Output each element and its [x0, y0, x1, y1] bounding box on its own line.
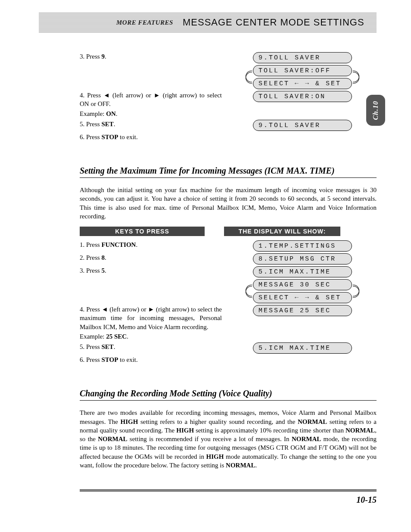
footer-rule — [80, 489, 377, 492]
step-text: 6. Press STOP to exit. — [80, 133, 228, 141]
lcd-display: TOLL SAVER:OFF — [253, 65, 352, 76]
lcd-display: MESSAGE 30 SEC — [253, 279, 352, 290]
toll-saver-steps: 3. Press 9. 9.TOLL SAVER TOLL SAVER:OFF … — [80, 52, 377, 141]
lcd-display: MESSAGE 25 SEC — [253, 305, 352, 316]
lcd-display: 1.TEMP.SETTINGS — [253, 240, 352, 252]
header-title: MESSAGE CENTER MODE SETTINGS — [183, 16, 364, 29]
step-row: 5. Press SET. 5.ICM MAX.TIME — [80, 342, 377, 354]
step-row: 3. Press 9. 9.TOLL SAVER TOLL SAVER:OFF … — [80, 52, 377, 89]
col-header-display: THE DISPLAY WILL SHOW: — [224, 227, 340, 236]
step-row: 4. Press ◄ (left arrow) or ► (right arro… — [80, 91, 377, 118]
lcd-display: SELECT ← → & SET — [253, 78, 352, 89]
section-heading-icm: Setting the Maximum Time for Incoming Me… — [80, 165, 377, 178]
icm-steps: 1. Press FUNCTION. 1.TEMP.SETTINGS 2. Pr… — [80, 240, 377, 364]
step-row: 3. Press 5. 5.ICM MAX.TIME MESSAGE 30 SE… — [80, 266, 377, 303]
lcd-display: 5.ICM MAX.TIME — [253, 266, 352, 277]
step-row: 1. Press FUNCTION. 1.TEMP.SETTINGS — [80, 240, 377, 252]
lcd-display: 8.SETUP MSG CTR — [253, 253, 352, 264]
step-text: 5. Press SET. — [80, 120, 228, 128]
lcd-display: SELECT ← → & SET — [253, 292, 352, 303]
lcd-display: 5.ICM MAX.TIME — [253, 342, 352, 354]
step-row: 4. Press ◄ (left arrow) or ► (right arro… — [80, 305, 377, 341]
col-header-keys: KEYS TO PRESS — [80, 227, 205, 236]
page-header: MORE FEATURES MESSAGE CENTER MODE SETTIN… — [39, 12, 377, 33]
column-headers: KEYS TO PRESS THE DISPLAY WILL SHOW: — [80, 227, 377, 236]
section-heading-voice: Changing the Recording Mode Setting (Voi… — [80, 388, 377, 401]
icm-intro: Although the initial setting on your fax… — [80, 186, 377, 221]
lcd-display: TOLL SAVER:ON — [253, 91, 352, 102]
step-text: 3. Press 9. — [80, 52, 228, 61]
step-row: 6. Press STOP to exit. — [80, 355, 377, 364]
lcd-display: 9.TOLL SAVER — [253, 120, 352, 131]
step-text: 4. Press ◄ (left arrow) or ► (right arro… — [80, 91, 228, 118]
step-row: 2. Press 8. 8.SETUP MSG CTR — [80, 253, 377, 264]
page-number: 10-15 — [39, 494, 377, 506]
lcd-display: 9.TOLL SAVER — [253, 52, 352, 63]
step-row: 5. Press SET. 9.TOLL SAVER — [80, 120, 377, 131]
header-breadcrumb: MORE FEATURES — [116, 18, 173, 27]
voice-body: There are two modes available for record… — [80, 408, 377, 470]
step-row: 6. Press STOP to exit. — [80, 133, 377, 141]
